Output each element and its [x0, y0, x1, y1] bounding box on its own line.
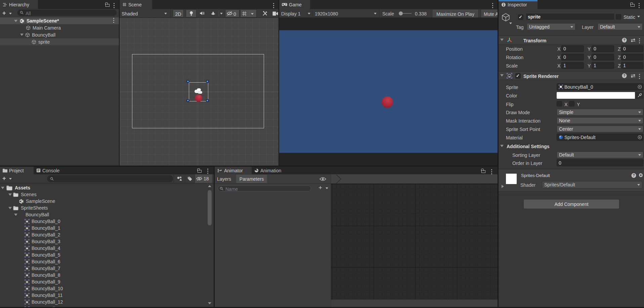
svg-text:?: ? [633, 174, 635, 177]
svg-text:?: ? [624, 74, 626, 78]
svg-text:Y: Y [245, 14, 247, 16]
svg-text:?: ? [624, 38, 626, 42]
